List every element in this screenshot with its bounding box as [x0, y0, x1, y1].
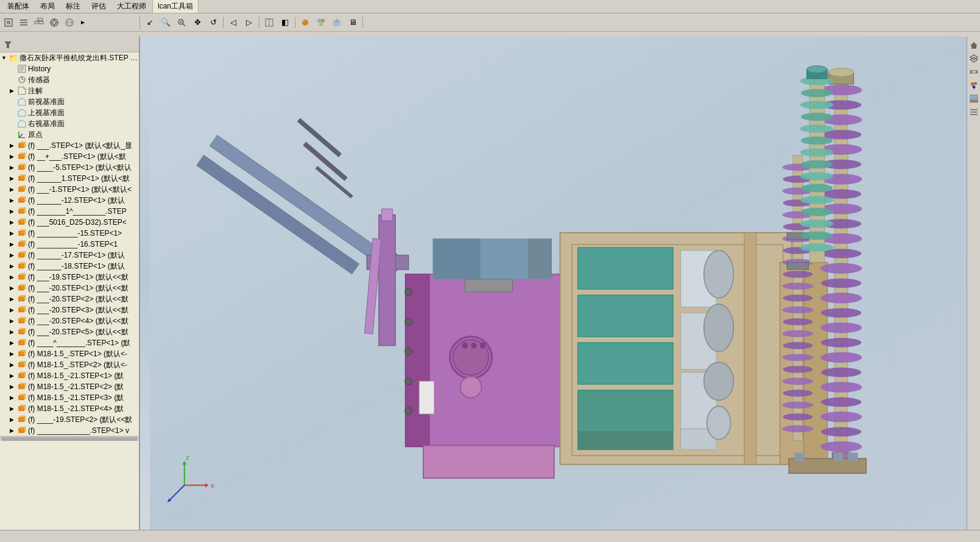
c8-label: (f) ___5016_D25-D32).STEP<	[28, 218, 127, 227]
3d-viewport[interactable]: x z	[140, 37, 980, 530]
view-orientation-icon[interactable]: ↙	[143, 16, 157, 29]
tree-c12[interactable]: ▶ (f) ______-18.STEP<1> (默认	[0, 261, 139, 272]
tree-c10[interactable]: ▶ (f) __________-16.STEP<1	[0, 239, 139, 250]
tree-c9[interactable]: ▶ (f) __________-15.STEP<1>	[0, 228, 139, 239]
assembly-icon[interactable]	[1, 16, 16, 29]
svg-point-195	[783, 295, 813, 302]
section-icon[interactable]	[262, 16, 277, 29]
comp-icon-1	[17, 141, 27, 150]
root-expander[interactable]: ▼	[1, 55, 9, 61]
tree-icon[interactable]	[32, 16, 46, 29]
tree-c4[interactable]: ▶ (f) ______1.STEP<1> (默认<默	[0, 173, 139, 184]
sidebar-scene-icon[interactable]	[968, 93, 980, 105]
svg-point-201	[783, 366, 813, 373]
tree-c15[interactable]: ▶ (f) ___-20.STEP<2> (默认<<默	[0, 294, 139, 304]
c25-label: (f) M18-1.5_-21.STEP<4> (默	[28, 404, 124, 414]
target-icon[interactable]	[47, 16, 62, 29]
comp-icon-11	[17, 250, 27, 260]
tree-c8[interactable]: ▶ (f) ___5016_D25-D32).STEP<	[0, 217, 139, 228]
menu-lcan[interactable]: lcan工具箱	[152, 0, 199, 13]
tree-c27[interactable]: ▶ (f) _____________.STEP<1> v	[0, 425, 139, 436]
next-view-icon[interactable]: ▷	[242, 16, 256, 29]
zoom-area-icon[interactable]	[174, 16, 189, 29]
menu-evaluate[interactable]: 评估	[86, 0, 111, 13]
svg-rect-117	[406, 274, 429, 446]
sidebar-list-icon[interactable]	[968, 106, 980, 118]
svg-point-169	[820, 293, 862, 304]
c10-label: (f) __________-16.STEP<1	[28, 240, 118, 248]
sidebar-paint-icon[interactable]	[968, 79, 980, 91]
tree-c3[interactable]: ▶ (f) ____-5.STEP<1> (默认<默认	[0, 162, 139, 173]
toolbar-row: ► ↙ 🔍 ✥ ↺ ◁ ▷ ◧	[0, 13, 980, 32]
toolbar-more[interactable]: ►	[77, 19, 88, 26]
tree-c14[interactable]: ▶ (f) ___-20.STEP<1> (默认<<默	[0, 283, 139, 294]
svg-point-133	[405, 378, 412, 385]
render-icon[interactable]	[298, 16, 312, 29]
svg-point-217	[801, 160, 833, 169]
tree-origin[interactable]: 原点	[0, 129, 139, 140]
svg-point-219	[801, 184, 833, 192]
tree-c20[interactable]: ▶ (f) M18-1.5_.STEP<1> (默认<-	[0, 348, 139, 359]
tree-c17[interactable]: ▶ (f) ___-20.STEP<4> (默认<<默	[0, 315, 139, 326]
tree-c6[interactable]: ▶ (f) ______-12.STEP<1> (默认	[0, 195, 139, 206]
pan-icon[interactable]: ✥	[190, 16, 205, 29]
sidebar-home-icon[interactable]	[968, 39, 980, 51]
c27-label: (f) _____________.STEP<1> v	[28, 426, 129, 435]
globe-icon[interactable]	[62, 16, 77, 29]
comp-icon-27	[17, 426, 27, 435]
tree-c11[interactable]: ▶ (f) ______-17.STEP<1> (默认	[0, 250, 139, 261]
tree-c13[interactable]: ▶ (f) ___-19.STEP<1> (默认<<默	[0, 272, 139, 283]
tree-right-plane[interactable]: 右视基准面	[0, 118, 139, 129]
comp-icon-9	[17, 228, 27, 238]
tree-c25[interactable]: ▶ (f) M18-1.5_-21.STEP<4> (默	[0, 403, 139, 414]
menu-layout[interactable]: 布局	[35, 0, 60, 13]
svg-point-224	[800, 244, 834, 252]
rotate-icon[interactable]: ↺	[206, 16, 220, 29]
tree-c26[interactable]: ▶ (f) ____-19.STEP<2> (默认<<默	[0, 414, 139, 425]
tree-c21[interactable]: ▶ (f) M18-1.5_.STEP<2> (默认<-	[0, 359, 139, 370]
tree-note[interactable]: ▶ 注解	[0, 85, 139, 96]
svg-point-199	[783, 342, 813, 350]
svg-rect-31	[333, 22, 340, 26]
svg-line-43	[18, 98, 22, 100]
svg-point-177	[820, 412, 862, 423]
history-icon	[17, 64, 27, 74]
tree-top-plane[interactable]: 上视基准面	[0, 107, 139, 118]
tree-c2[interactable]: ▶ (f) __+___.STEP<1> (默认<默	[0, 151, 139, 162]
tree-c22[interactable]: ▶ (f) M18-1.5_-21.STEP<1> (默	[0, 370, 139, 381]
prev-view-icon[interactable]: ◁	[226, 16, 241, 29]
scene-icon[interactable]	[330, 16, 344, 29]
filter-btn[interactable]	[1, 38, 15, 51]
tree-c24[interactable]: ▶ (f) M18-1.5_-21.STEP<3> (默	[0, 392, 139, 403]
sep2	[259, 17, 259, 28]
tree-c23[interactable]: ▶ (f) M18-1.5_-21.STEP<2> (默	[0, 381, 139, 392]
sidebar-layers-icon[interactable]	[968, 52, 980, 65]
svg-point-193	[783, 271, 813, 278]
tree-c18[interactable]: ▶ (f) ___-20.STEP<5> (默认<<默	[0, 326, 139, 337]
sidebar-measure-icon[interactable]	[968, 66, 980, 78]
list-icon[interactable]	[16, 16, 31, 29]
tree-sensor[interactable]: 传感器	[0, 74, 139, 85]
menu-assembly[interactable]: 装配体	[2, 0, 34, 13]
tree-c19[interactable]: ▶ (f) ____^_______.STEP<1> (默	[0, 337, 139, 348]
tree-c7[interactable]: ▶ (f) _______1^________.STEP	[0, 206, 139, 217]
appearance-icon[interactable]	[314, 16, 328, 29]
tree-root[interactable]: ▼ 📁 撒石灰卧床平推机绞龙出料.STEP (默...	[0, 52, 139, 63]
monitor-icon[interactable]: 🖥	[345, 16, 360, 29]
comp-icon-21	[17, 360, 27, 370]
tree-c16[interactable]: ▶ (f) ___-20.STEP<3> (默认<<默	[0, 304, 139, 315]
svg-point-172	[821, 338, 861, 348]
menu-engineer[interactable]: 大工程师	[112, 0, 151, 13]
display-mode-icon[interactable]: ◧	[278, 16, 292, 29]
menu-annotation[interactable]: 标注	[61, 0, 85, 13]
tree-area[interactable]: ▼ 📁 撒石灰卧床平推机绞龙出料.STEP (默... History	[0, 52, 139, 530]
c20-label: (f) M18-1.5_.STEP<1> (默认<-	[28, 349, 127, 359]
tree-c5[interactable]: ▶ (f) ___-1.STEP<1> (默认<默认<	[0, 184, 139, 195]
c22-label: (f) M18-1.5_-21.STEP<1> (默	[28, 371, 124, 381]
tree-c1[interactable]: ▶ (f) ___.STEP<1> (默认<默认_显	[0, 140, 139, 151]
tree-history[interactable]: History	[0, 63, 139, 74]
note-expander[interactable]: ▶	[10, 88, 17, 94]
tree-front-plane[interactable]: 前视基准面	[0, 96, 139, 107]
svg-rect-74	[20, 262, 26, 267]
zoom-icon[interactable]: 🔍	[158, 16, 173, 29]
